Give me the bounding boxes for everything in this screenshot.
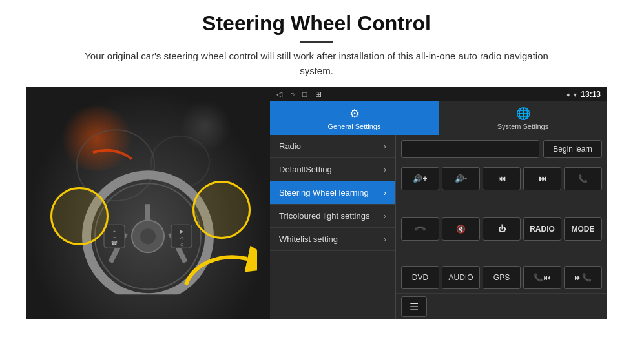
page-title: Steering Wheel Control [26,12,607,35]
page-subtitle: Your original car's steering wheel contr… [84,49,549,78]
menu-list: Radio › DefaultSetting › Steering Wheel … [270,135,396,319]
highlight-circle-right [192,181,251,239]
audio-button[interactable]: AUDIO [442,266,480,289]
svg-point-8 [140,228,156,244]
radio-row: Begin learn [396,135,607,163]
power-button[interactable]: ⏻ [483,217,521,241]
top-tabs: ⚙ General Settings 🌐 System Settings [270,101,607,135]
radio-label: RADIO [530,225,555,234]
highlight-circle-left [50,187,109,245]
menu-icon: ⊞ [315,90,322,99]
svg-text:−: − [113,235,116,239]
answer-button[interactable]: 📞 [401,217,439,241]
title-section: Steering Wheel Control Your original car… [26,12,607,78]
chevron-radio: › [384,142,386,151]
content-area: + − ☎ ▶ ◇ ◇ [26,87,607,319]
next-track-button[interactable]: ⏭ [523,167,561,190]
call-prev-button[interactable]: 📞⏮ [523,266,561,289]
vol-down-button[interactable]: 🔊- [442,167,480,190]
system-settings-icon: 🌐 [516,106,530,121]
call-next-icon: ⏭📞 [574,273,592,282]
mode-label: MODE [572,225,595,234]
menu-item-tricoloured[interactable]: Tricoloured light settings › [270,205,395,228]
clock: 13:13 [581,90,601,99]
wifi-icon: ▾ [574,91,577,98]
right-panel: Begin learn 🔊+ 🔊- ⏮ [396,135,607,319]
menu-label-default: DefaultSetting [279,165,332,174]
power-icon: ⏻ [498,225,506,234]
car-image-area: + − ☎ ▶ ◇ ◇ [26,87,270,319]
dvd-button[interactable]: DVD [401,266,439,289]
android-ui: ◁ ○ □ ⊞ ♦ ▾ 13:13 ⚙ General Settings [270,87,607,319]
begin-learn-button[interactable]: Begin learn [543,140,602,158]
menu-label-steering: Steering Wheel learning [279,188,369,197]
vol-down-icon: 🔊- [455,174,467,183]
list-icon-button[interactable]: ☰ [401,296,427,317]
location-icon: ♦ [566,91,570,98]
title-divider [300,41,333,43]
general-settings-icon: ⚙ [349,106,360,121]
call-button[interactable]: 📞 [564,167,602,190]
menu-item-steering-wheel[interactable]: Steering Wheel learning › [270,181,395,205]
prev-track-button[interactable]: ⏮ [483,167,521,190]
home-icon: ○ [290,90,295,99]
tab-general-label: General Settings [328,123,381,130]
mode-button[interactable]: MODE [564,217,602,241]
last-row-panel: ☰ [396,293,607,319]
menu-area: Radio › DefaultSetting › Steering Wheel … [270,135,607,319]
menu-item-radio[interactable]: Radio › [270,135,395,158]
prev-track-icon: ⏮ [498,174,506,183]
vol-up-icon: 🔊+ [413,174,427,183]
svg-text:+: + [113,229,116,234]
gps-button[interactable]: GPS [483,266,521,289]
chevron-default: › [384,165,386,174]
menu-label-whitelist: Whitelist setting [279,234,338,244]
gps-label: GPS [493,273,510,282]
list-icon: ☰ [410,301,419,313]
radio-input[interactable] [401,140,539,158]
svg-text:☎: ☎ [111,240,118,246]
call-prev-icon: 📞⏮ [534,273,551,282]
call-icon: 📞 [578,174,588,183]
tab-system-settings[interactable]: 🌐 System Settings [439,101,607,135]
tab-general-settings[interactable]: ⚙ General Settings [270,101,439,135]
next-track-icon: ⏭ [539,174,546,183]
back-icon: ◁ [276,90,282,99]
menu-item-whitelist[interactable]: Whitelist setting › [270,228,395,251]
chevron-tricoloured: › [384,212,386,221]
control-btn-grid: 🔊+ 🔊- ⏮ ⏭ 📞 [396,163,607,266]
answer-icon: 📞 [413,222,427,236]
mute-button[interactable]: 🔇 [442,217,480,241]
menu-label-radio: Radio [279,141,301,151]
arrow-indicator [180,239,257,294]
audio-label: AUDIO [448,273,473,282]
radio-button[interactable]: RADIO [523,217,561,241]
chevron-steering: › [384,188,386,197]
recent-icon: □ [302,90,307,99]
vol-up-button[interactable]: 🔊+ [401,167,439,190]
bottom-btn-row: DVD AUDIO GPS 📞⏮ ⏭📞 [396,266,607,293]
chevron-whitelist: › [384,235,386,244]
tab-system-label: System Settings [497,123,548,130]
status-bar: ◁ ○ □ ⊞ ♦ ▾ 13:13 [270,87,607,101]
page-container: Steering Wheel Control Your original car… [0,0,633,326]
mute-icon: 🔇 [456,225,466,234]
call-next-button[interactable]: ⏭📞 [564,266,602,289]
menu-item-default-setting[interactable]: DefaultSetting › [270,158,395,181]
menu-label-tricoloured: Tricoloured light settings [279,211,369,221]
status-bar-left: ◁ ○ □ ⊞ [276,90,322,99]
status-bar-right: ♦ ▾ 13:13 [566,90,601,99]
dvd-label: DVD [412,273,428,282]
